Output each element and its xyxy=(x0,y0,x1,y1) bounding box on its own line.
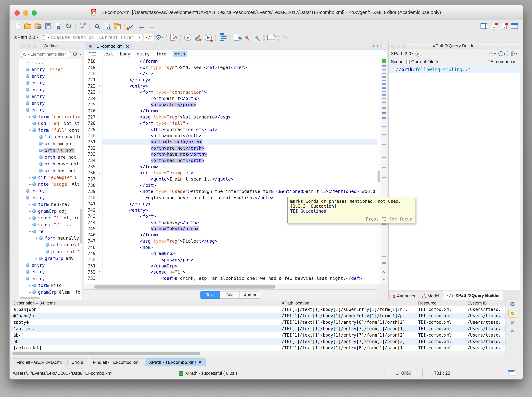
chevron-down-icon[interactable]: ▾ xyxy=(139,35,141,39)
tree-toggle-icon[interactable]: ▶ xyxy=(27,203,32,206)
results-horizontal-scrollbar[interactable] xyxy=(11,351,506,356)
validate-button[interactable]: ✓▾ xyxy=(169,32,179,43)
favorites-star-icon[interactable]: ☆ xyxy=(488,50,494,57)
outline-item[interactable]: ▶formneu·ral xyxy=(19,201,79,208)
outline-item[interactable]: ▶gramGrpadv xyxy=(19,255,79,262)
fold-toggle-icon[interactable]: ▽ xyxy=(97,213,103,219)
code-line[interactable]: 730<orth>am not</orth> xyxy=(84,132,377,139)
clear-markers-icon[interactable]: ✕ xyxy=(382,270,385,274)
remove-all-results-icon[interactable]: ✕ xyxy=(511,329,514,333)
result-marker[interactable] xyxy=(382,83,386,85)
code-line[interactable]: 753<def>a drink, esp. an alcoholic one: … xyxy=(84,275,377,281)
outline-item[interactable]: ▶form"contraction" xyxy=(19,113,79,120)
execute-xpath-button[interactable]: ▶ xyxy=(415,51,421,56)
outline-item[interactable]: ▶formkilo– xyxy=(19,282,79,289)
tree-toggle-icon[interactable]: ▶ xyxy=(27,216,32,220)
fold-toggle-icon[interactable]: ▽ xyxy=(97,244,103,250)
outline-item[interactable]: ▶gramGrpadj xyxy=(19,208,79,214)
back-button[interactable]: ← xyxy=(136,21,147,31)
open-url-button[interactable] xyxy=(33,21,43,31)
outline-item[interactable]: entry xyxy=(19,262,79,268)
chevron-down-icon[interactable]: ▾ xyxy=(516,52,518,56)
tree-toggle-icon[interactable]: ▼ xyxy=(34,236,39,240)
result-row[interactable]: @"band@n/TEI[1]/text[1]/body[1]/superEnt… xyxy=(11,313,506,319)
result-row[interactable]: əb-`/TEI[1]/text[1]/body[1]/entry[7]/for… xyxy=(11,338,506,345)
fold-toggle-icon[interactable]: ▽ xyxy=(97,170,103,176)
mode-author[interactable]: Author xyxy=(239,291,261,298)
code-editor[interactable]: 718</form>719▽<xr type="syn">SYN. see <r… xyxy=(84,58,377,284)
outline-item[interactable]: entry xyxy=(19,275,79,282)
chevron-down-icon[interactable]: ▾ xyxy=(79,52,81,56)
fold-toggle-icon[interactable]: ▽ xyxy=(97,64,103,71)
result-marker[interactable] xyxy=(382,223,386,225)
tree-toggle-icon[interactable]: ▼ xyxy=(27,128,32,132)
code-line[interactable]: 722▽<entry> xyxy=(84,83,377,89)
result-marker[interactable] xyxy=(382,144,386,145)
green-pin-button[interactable] xyxy=(252,32,262,43)
fold-toggle-icon[interactable]: ▽ xyxy=(97,188,103,195)
result-marker[interactable] xyxy=(382,262,386,264)
outline-item[interactable]: ▶cit"example"I ain't seen it. xyxy=(19,174,79,181)
spell-check-button[interactable]: ABC✓ xyxy=(78,21,88,31)
result-marker[interactable] xyxy=(382,177,386,178)
outline-item[interactable]: entry xyxy=(19,80,79,86)
chevron-down-icon[interactable]: ▾ xyxy=(36,35,38,39)
outline-item[interactable]: ▶gramGrpélém. formant xyxy=(19,289,79,295)
code-line[interactable]: 718</form> xyxy=(84,58,377,64)
result-marker[interactable] xyxy=(382,73,386,74)
mode-grid[interactable]: Grid xyxy=(220,291,239,298)
bottom-tab-xpath-tei-combo-xml[interactable]: XPath - TEI-combo.xml✕ xyxy=(145,359,206,366)
code-line[interactable]: 729<lbl>contraction of</lbl> xyxy=(84,126,377,133)
code-line[interactable]: 749▽<gramGrp> xyxy=(84,250,377,257)
close-tab-icon[interactable]: ✕ xyxy=(198,360,202,365)
result-marker[interactable] xyxy=(382,134,386,135)
history-clock-icon[interactable] xyxy=(498,51,503,56)
result-row[interactable]: 'äb-`ərs/TEI[1]/text[1]/body[1]/entry[7]… xyxy=(11,325,506,332)
outline-item[interactable]: orthhave not xyxy=(19,161,79,167)
go-to-last-edit-button[interactable]: ↙✱ xyxy=(126,21,136,31)
chevron-down-icon[interactable]: ▾ xyxy=(494,52,496,56)
xquery-debugger-button[interactable]: XQ⇄ xyxy=(499,21,509,31)
code-line[interactable]: 724<orth>ain't</orth> xyxy=(84,95,377,102)
result-marker[interactable] xyxy=(382,117,386,119)
chevron-down-icon[interactable]: ▾ xyxy=(27,52,29,56)
result-marker[interactable] xyxy=(382,76,386,78)
breadcrumb-item-form[interactable]: form xyxy=(156,51,167,56)
result-marker[interactable] xyxy=(382,87,386,88)
fold-toggle-icon[interactable]: ▽ xyxy=(97,250,103,257)
result-marker[interactable] xyxy=(382,112,386,114)
outline-item[interactable]: entry xyxy=(19,73,79,80)
tree-toggle-icon[interactable]: ▶ xyxy=(27,290,32,294)
open-file-button[interactable] xyxy=(23,21,33,31)
highlight-results-button[interactable]: ✎ xyxy=(508,310,516,317)
result-marker[interactable] xyxy=(382,107,386,109)
code-line[interactable]: 750<pos>n</pos> xyxy=(84,257,377,263)
fold-toggle-icon[interactable]: ▽ xyxy=(97,120,103,126)
outline-item[interactable]: pron"suff" xyxy=(19,248,79,255)
editor-vertical-scrollbar[interactable] xyxy=(377,58,381,284)
bottom-tab-find-all-tei-combo-xml[interactable]: Find all - TEI-combo.xml xyxy=(89,359,143,366)
result-row[interactable]: äb-`/TEI[1]/text[1]/body[1]/entry[7]/for… xyxy=(11,332,506,338)
outline-item[interactable]: sense"2"... xyxy=(19,221,79,228)
result-marker[interactable] xyxy=(382,69,386,70)
find-replace-button[interactable] xyxy=(92,21,102,31)
code-line[interactable]: 738</cit> xyxy=(84,182,377,188)
xpath-input[interactable]: ▾ Execute XPath on 'Current File' ▾ xyxy=(40,34,142,41)
result-marker[interactable] xyxy=(382,102,386,103)
breadcrumb-item-body[interactable]: body xyxy=(120,51,130,56)
annotate-button[interactable]: ✎ xyxy=(266,32,276,43)
close-tab-icon[interactable]: ✕ xyxy=(126,44,129,49)
bottom-tab-errors[interactable]: Errors xyxy=(67,359,87,366)
mode-text[interactable]: Text xyxy=(200,291,220,298)
fold-toggle-icon[interactable]: ▽ xyxy=(97,83,103,89)
code-line[interactable]: 745<pron>"bEvI</pron> xyxy=(84,226,377,232)
code-line[interactable]: 727<usg type="reg">Not standard</usg> xyxy=(84,114,377,120)
result-marker[interactable] xyxy=(382,80,386,81)
code-line[interactable]: 733<orth>have not</orth> xyxy=(84,151,377,157)
tree-toggle-icon[interactable]: ▶ xyxy=(27,182,32,186)
outline-item[interactable]: ▼form"full"contraction of xyxy=(19,127,79,133)
preview-button[interactable] xyxy=(509,21,520,31)
results-header-resource[interactable]: Resource xyxy=(418,301,468,306)
outline-item[interactable]: ortham not xyxy=(19,140,79,147)
outline-item[interactable]: ▼re xyxy=(19,228,79,235)
